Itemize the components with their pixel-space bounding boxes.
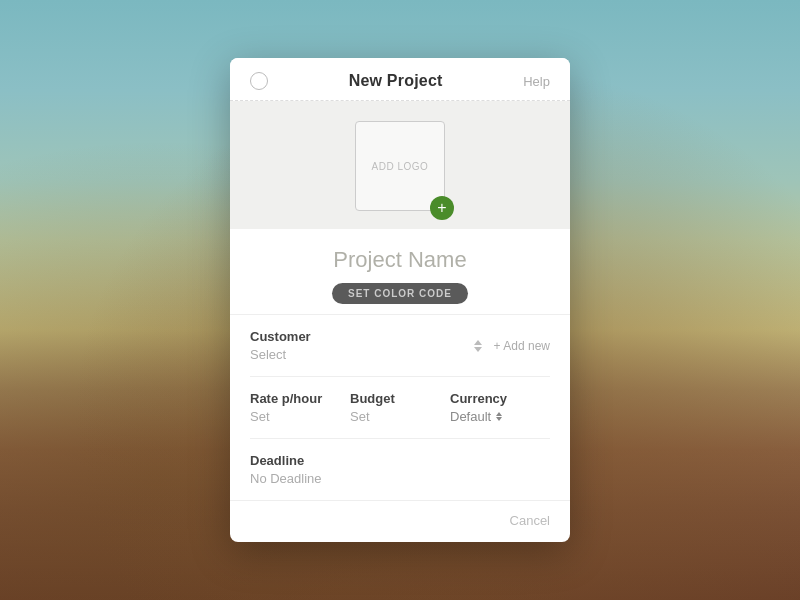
rate-value[interactable]: Set <box>250 409 350 424</box>
currency-chevron-icon <box>496 412 502 421</box>
modal-footer: Cancel <box>230 500 570 542</box>
customer-field-group: Customer Select <box>250 329 474 362</box>
rate-budget-currency-row: Rate p/hour Set Budget Set Currency Defa… <box>250 377 550 439</box>
customer-sort-icon[interactable] <box>474 340 482 352</box>
logo-section: ADD LOGO + <box>230 101 570 229</box>
help-button[interactable]: Help <box>523 74 550 89</box>
budget-value[interactable]: Set <box>350 409 450 424</box>
rate-field-group: Rate p/hour Set <box>250 391 350 424</box>
header-circle-icon[interactable] <box>250 72 268 90</box>
cancel-button[interactable]: Cancel <box>510 513 550 528</box>
add-logo-button[interactable]: + <box>430 196 454 220</box>
set-color-code-button[interactable]: SET COLOR CODE <box>332 283 468 304</box>
project-name-field[interactable]: Project Name <box>333 247 466 273</box>
add-new-customer-button[interactable]: + Add new <box>494 339 550 353</box>
project-info-section: Project Name SET COLOR CODE <box>230 229 570 315</box>
modal-header: New Project Help <box>230 58 570 101</box>
customer-row: Customer Select + Add new <box>250 315 550 377</box>
customer-value[interactable]: Select <box>250 347 474 362</box>
logo-placeholder-text: ADD LOGO <box>372 161 429 172</box>
deadline-label: Deadline <box>250 453 550 468</box>
new-project-modal: New Project Help ADD LOGO + Project Name… <box>230 58 570 542</box>
currency-value[interactable]: Default <box>450 409 550 424</box>
sort-down-icon <box>474 347 482 352</box>
currency-label: Currency <box>450 391 550 406</box>
deadline-value[interactable]: No Deadline <box>250 471 550 486</box>
currency-field-group: Currency Default <box>450 391 550 424</box>
budget-label: Budget <box>350 391 450 406</box>
deadline-field-group: Deadline No Deadline <box>250 453 550 486</box>
modal-title: New Project <box>349 72 443 90</box>
logo-box[interactable]: ADD LOGO + <box>355 121 445 211</box>
sort-up-icon <box>474 340 482 345</box>
deadline-row: Deadline No Deadline <box>250 439 550 500</box>
customer-controls: + Add new <box>474 339 550 353</box>
budget-field-group: Budget Set <box>350 391 450 424</box>
modal-wrapper: New Project Help ADD LOGO + Project Name… <box>230 58 570 542</box>
fields-section: Customer Select + Add new Rate p/hour <box>230 315 570 500</box>
customer-label: Customer <box>250 329 474 344</box>
rate-label: Rate p/hour <box>250 391 350 406</box>
